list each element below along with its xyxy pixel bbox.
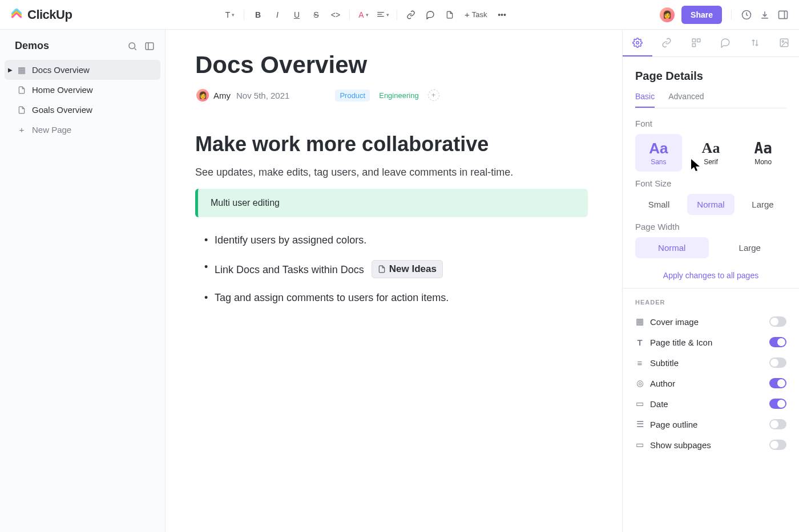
format-toolbar: T▾ B I U S <> A▾ ▾ +Task ••• bbox=[222, 7, 510, 23]
toggle-date[interactable] bbox=[769, 399, 786, 409]
calendar-icon: ▭ bbox=[635, 399, 644, 408]
toggle-cover-image[interactable] bbox=[769, 316, 786, 327]
toggle-author[interactable] bbox=[769, 378, 786, 388]
image-icon: ▦ bbox=[635, 317, 644, 326]
tab-board[interactable] bbox=[681, 30, 711, 56]
author-avatar: 👩 bbox=[196, 89, 209, 101]
doc-icon bbox=[378, 265, 386, 273]
tab-image[interactable] bbox=[770, 30, 800, 56]
search-icon[interactable] bbox=[127, 41, 138, 51]
subtab-basic[interactable]: Basic bbox=[635, 92, 655, 108]
toggle-subpages[interactable] bbox=[769, 440, 786, 450]
sidebar-header: Demos bbox=[0, 40, 165, 60]
add-tag-button[interactable]: + bbox=[428, 90, 439, 101]
page-details-panel: Page Details Basic Advanced Font AaSans … bbox=[622, 30, 799, 532]
header-section-label: HEADER bbox=[635, 299, 786, 306]
fontsize-label: Font Size bbox=[635, 178, 786, 188]
chat-icon bbox=[720, 38, 731, 48]
strike-button[interactable]: S bbox=[308, 7, 324, 23]
layout: Demos ▶ ▦ Docs Overview Home Overview Go… bbox=[0, 30, 799, 532]
add-task-button[interactable]: +Task bbox=[461, 7, 491, 23]
sidebar: Demos ▶ ▦ Docs Overview Home Overview Go… bbox=[0, 30, 166, 532]
tab-relationships[interactable] bbox=[652, 30, 682, 56]
underline-button[interactable]: U bbox=[289, 7, 305, 23]
text-style-button[interactable]: T▾ bbox=[222, 7, 238, 23]
gear-icon bbox=[632, 38, 643, 48]
sidebar-item-docs-overview[interactable]: ▶ ▦ Docs Overview bbox=[5, 60, 160, 80]
history-icon[interactable] bbox=[741, 9, 752, 21]
more-button[interactable]: ••• bbox=[494, 7, 510, 23]
svg-point-2 bbox=[129, 43, 135, 49]
font-mono[interactable]: AaMono bbox=[740, 134, 786, 172]
font-sans[interactable]: AaSans bbox=[635, 134, 682, 172]
size-small[interactable]: Small bbox=[635, 194, 683, 215]
row-outline: ☰Page outline bbox=[635, 414, 786, 434]
font-label: Font bbox=[635, 119, 786, 128]
code-button[interactable]: <> bbox=[328, 7, 344, 23]
panel-toggle-icon[interactable] bbox=[777, 9, 789, 21]
tag-product[interactable]: Product bbox=[335, 90, 370, 101]
collapse-sidebar-icon[interactable] bbox=[144, 41, 155, 51]
width-large[interactable]: Large bbox=[713, 237, 787, 258]
bold-button[interactable]: B bbox=[250, 7, 266, 23]
svg-rect-6 bbox=[697, 39, 700, 42]
row-subtitle: ≡Subtitle bbox=[635, 352, 786, 373]
width-normal[interactable]: Normal bbox=[635, 237, 709, 258]
inline-doc-link[interactable]: New Ideas bbox=[372, 260, 443, 278]
toggle-title-icon[interactable] bbox=[769, 337, 786, 347]
subpages-icon: ▭ bbox=[635, 440, 644, 449]
share-button[interactable]: Share bbox=[681, 6, 722, 24]
size-normal[interactable]: Normal bbox=[687, 194, 735, 215]
row-subpages: ▭Show subpages bbox=[635, 434, 786, 455]
sidebar-item-label: New Page bbox=[32, 125, 71, 135]
section-paragraph[interactable]: See updates, make edits, tag users, and … bbox=[195, 166, 588, 178]
tag-engineering[interactable]: Engineering bbox=[374, 90, 423, 101]
svg-rect-7 bbox=[692, 43, 695, 46]
sidebar-item-goals-overview[interactable]: Goals Overview bbox=[0, 100, 165, 120]
section-heading[interactable]: Make work more collaborative bbox=[195, 132, 588, 156]
italic-button[interactable]: I bbox=[269, 7, 285, 23]
sep bbox=[731, 10, 732, 20]
tab-settings[interactable] bbox=[623, 30, 652, 56]
sidebar-item-home-overview[interactable]: Home Overview bbox=[0, 80, 165, 100]
author-chip[interactable]: 👩 Amy Nov 5th, 2021 bbox=[196, 89, 289, 101]
board-icon bbox=[691, 38, 701, 48]
font-options: AaSans AaSerif AaMono bbox=[635, 134, 786, 172]
topbar-right: 👩 Share bbox=[660, 6, 789, 24]
doc-meta-row: 👩 Amy Nov 5th, 2021 Product Engineering … bbox=[196, 89, 588, 101]
sidebar-item-label: Home Overview bbox=[32, 85, 93, 95]
sidebar-title: Demos bbox=[15, 40, 49, 52]
toggle-subtitle[interactable] bbox=[769, 358, 786, 368]
list-item[interactable]: Identify users by assigned colors. bbox=[215, 233, 588, 247]
download-icon[interactable] bbox=[759, 9, 770, 21]
subtitle-icon: ≡ bbox=[635, 358, 644, 367]
sidebar-item-label: Goals Overview bbox=[32, 105, 92, 115]
list-item[interactable]: Tag and assign comments to users for act… bbox=[215, 291, 588, 305]
page-button[interactable] bbox=[442, 7, 458, 23]
font-serif[interactable]: AaSerif bbox=[688, 134, 735, 172]
row-date: ▭Date bbox=[635, 393, 786, 414]
row-cover-image: ▦Cover image bbox=[635, 311, 786, 332]
sidebar-item-label: Docs Overview bbox=[32, 65, 90, 75]
doc-icon bbox=[17, 105, 26, 115]
toggle-outline[interactable] bbox=[769, 419, 786, 429]
svg-point-4 bbox=[636, 41, 639, 44]
list-item[interactable]: Link Docs and Tasks within Docs New Idea… bbox=[215, 260, 588, 278]
tab-sort[interactable] bbox=[740, 30, 770, 56]
tab-comments[interactable] bbox=[711, 30, 741, 56]
size-large[interactable]: Large bbox=[739, 194, 786, 215]
apply-all-link[interactable]: Apply changes to all pages bbox=[635, 271, 786, 280]
svg-rect-5 bbox=[692, 39, 695, 42]
bullet-list: Identify users by assigned colors. Link … bbox=[195, 233, 588, 305]
link-button[interactable] bbox=[403, 7, 419, 23]
comment-button[interactable] bbox=[422, 7, 438, 23]
text-color-button[interactable]: A▾ bbox=[356, 7, 372, 23]
plus-icon: + bbox=[17, 125, 26, 135]
sidebar-new-page[interactable]: + New Page bbox=[0, 120, 165, 140]
align-button[interactable]: ▾ bbox=[375, 7, 391, 23]
subtab-advanced[interactable]: Advanced bbox=[668, 92, 704, 108]
page-title[interactable]: Docs Overview bbox=[195, 51, 588, 79]
callout-block[interactable]: Multi user editing bbox=[195, 189, 588, 217]
logo: ClickUp bbox=[10, 7, 72, 22]
user-avatar[interactable]: 👩 bbox=[660, 7, 675, 22]
